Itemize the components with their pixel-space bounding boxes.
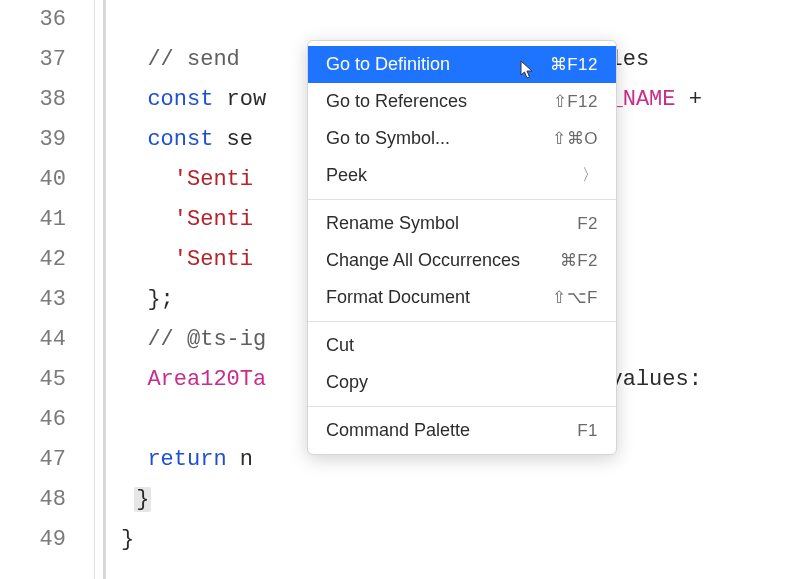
code-line: } — [121, 480, 800, 520]
line-number: 40 — [0, 160, 94, 200]
menu-item-rename-symbol[interactable]: Rename Symbol F2 — [308, 205, 616, 242]
code-token: }; — [147, 287, 173, 312]
comment-token: // send — [147, 47, 253, 72]
menu-separator — [308, 321, 616, 322]
line-number: 44 — [0, 320, 94, 360]
identifier-token: se — [213, 127, 253, 152]
line-number-gutter: 36 37 38 39 40 41 42 43 44 45 46 47 48 4… — [0, 0, 95, 579]
menu-separator — [308, 406, 616, 407]
punctuation-token: + — [676, 87, 702, 112]
line-number: 48 — [0, 480, 94, 520]
line-number: 41 — [0, 200, 94, 240]
menu-item-copy[interactable]: Copy — [308, 364, 616, 401]
line-number: 36 — [0, 0, 94, 40]
menu-item-go-to-symbol[interactable]: Go to Symbol... ⇧⌘O — [308, 120, 616, 157]
keyword-token: const — [147, 87, 213, 112]
menu-item-label: Format Document — [326, 287, 470, 308]
menu-item-shortcut: ⌘F12 — [550, 54, 598, 75]
menu-item-go-to-definition[interactable]: Go to Definition ⌘F12 — [308, 46, 616, 83]
line-number: 38 — [0, 80, 94, 120]
identifier-token: row — [213, 87, 266, 112]
chevron-right-icon: 〉 — [582, 165, 598, 186]
menu-item-label: Peek — [326, 165, 367, 186]
menu-item-label: Copy — [326, 372, 368, 393]
line-number: 43 — [0, 280, 94, 320]
line-number: 45 — [0, 360, 94, 400]
menu-item-label: Go to References — [326, 91, 467, 112]
line-number: 49 — [0, 520, 94, 560]
menu-item-shortcut: ⇧⌘O — [552, 128, 598, 149]
menu-item-label: Change All Occurrences — [326, 250, 520, 271]
menu-item-format-document[interactable]: Format Document ⇧⌥F — [308, 279, 616, 316]
menu-item-label: Go to Definition — [326, 54, 450, 75]
menu-item-shortcut: F2 — [577, 214, 598, 234]
keyword-token: const — [147, 127, 213, 152]
menu-item-shortcut: ⇧F12 — [553, 91, 598, 112]
line-number: 37 — [0, 40, 94, 80]
code-token: } — [121, 527, 134, 552]
line-number: 42 — [0, 240, 94, 280]
menu-item-cut[interactable]: Cut — [308, 327, 616, 364]
string-token: 'Senti — [174, 207, 253, 232]
menu-item-command-palette[interactable]: Command Palette F1 — [308, 412, 616, 449]
menu-item-shortcut: F1 — [577, 421, 598, 441]
keyword-token: return — [147, 447, 226, 472]
line-number: 47 — [0, 440, 94, 480]
code-line: } — [121, 520, 800, 560]
menu-separator — [308, 199, 616, 200]
comment-token: // @ts-ig — [147, 327, 266, 352]
menu-item-label: Command Palette — [326, 420, 470, 441]
menu-item-peek[interactable]: Peek 〉 — [308, 157, 616, 194]
menu-item-label: Cut — [326, 335, 354, 356]
menu-item-go-to-references[interactable]: Go to References ⇧F12 — [308, 83, 616, 120]
string-token: 'Senti — [174, 167, 253, 192]
line-number: 46 — [0, 400, 94, 440]
context-menu: Go to Definition ⌘F12 Go to References ⇧… — [307, 40, 617, 455]
call-token: Area120Ta — [147, 367, 266, 392]
string-token: 'Senti — [174, 247, 253, 272]
identifier-token: n — [227, 447, 253, 472]
menu-item-change-all-occurrences[interactable]: Change All Occurrences ⌘F2 — [308, 242, 616, 279]
matching-brace: } — [134, 487, 151, 512]
code-line — [121, 0, 800, 40]
line-number: 39 — [0, 120, 94, 160]
menu-item-shortcut: ⇧⌥F — [552, 287, 598, 308]
menu-item-shortcut: ⌘F2 — [560, 250, 598, 271]
menu-item-label: Rename Symbol — [326, 213, 459, 234]
menu-item-label: Go to Symbol... — [326, 128, 450, 149]
